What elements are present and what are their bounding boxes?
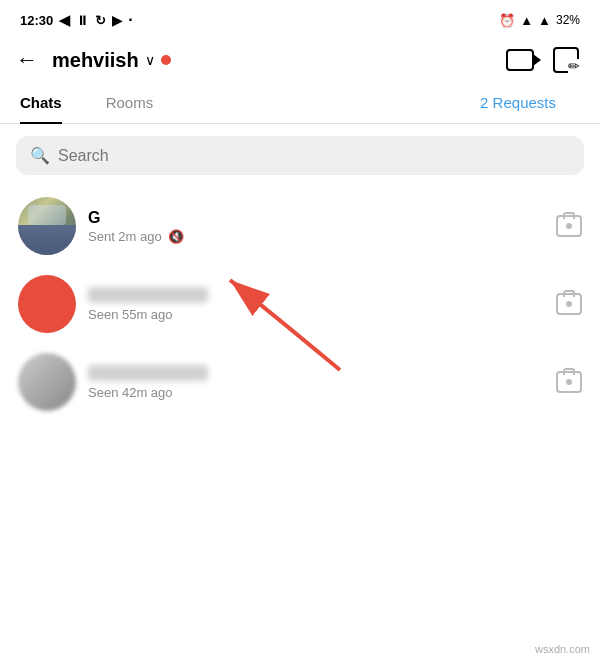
- mute-icon-1: 🔇: [168, 229, 184, 244]
- sync-icon: ↻: [95, 13, 106, 28]
- chevron-down-icon[interactable]: ∨: [145, 52, 155, 68]
- chat-time-2: Seen 55m ago: [88, 307, 173, 322]
- chat-meta-1: Sent 2m ago 🔇: [88, 229, 544, 244]
- tab-requests[interactable]: 2 Requests: [480, 84, 580, 123]
- video-call-button[interactable]: [506, 46, 534, 74]
- tab-chats[interactable]: Chats: [20, 84, 86, 123]
- chat-item-3[interactable]: Seen 42m ago: [8, 343, 592, 421]
- navigation-icon: ◀: [59, 12, 70, 28]
- back-button[interactable]: ←: [16, 47, 38, 73]
- dot-icon: ·: [128, 11, 132, 29]
- video-camera-icon: [506, 49, 534, 71]
- camera-icon-2[interactable]: [556, 293, 582, 315]
- header-left: ← mehviish ∨: [16, 47, 171, 73]
- tabs-bar: Chats Rooms 2 Requests: [0, 84, 600, 124]
- header-title: mehviish ∨: [52, 49, 171, 72]
- chat-list: G Sent 2m ago 🔇 Seen 55m ago Seen 42m ag…: [0, 187, 600, 421]
- camera-icon-3[interactable]: [556, 371, 582, 393]
- chat-content-1: G Sent 2m ago 🔇: [88, 209, 544, 244]
- avatar-3: [18, 353, 76, 411]
- avatar-1: [18, 197, 76, 255]
- play-icon: ▶: [112, 13, 122, 28]
- header-actions: [506, 46, 580, 74]
- search-box: 🔍: [16, 136, 584, 175]
- compose-button[interactable]: [552, 46, 580, 74]
- watermark: wsxdn.com: [535, 643, 590, 655]
- username-label: mehviish: [52, 49, 139, 72]
- chat-name-blurred-3: [88, 365, 208, 381]
- edit-compose-icon: [553, 47, 579, 73]
- chat-name-1: G: [88, 209, 544, 227]
- status-bar-right: ⏰ ▲ ▲ 32%: [499, 13, 580, 28]
- chat-meta-2: Seen 55m ago: [88, 307, 544, 322]
- status-bar: 12:30 ◀ ⏸ ↻ ▶ · ⏰ ▲ ▲ 32%: [0, 0, 600, 36]
- camera-icon-1[interactable]: [556, 215, 582, 237]
- alarm-icon: ⏰: [499, 13, 515, 28]
- search-icon: 🔍: [30, 146, 50, 165]
- header: ← mehviish ∨: [0, 36, 600, 84]
- chat-item-2[interactable]: Seen 55m ago: [8, 265, 592, 343]
- search-input[interactable]: [58, 147, 570, 165]
- time-display: 12:30: [20, 13, 53, 28]
- pause-icon: ⏸: [76, 13, 89, 28]
- signal-icon: ▲: [538, 13, 551, 28]
- chat-content-2: Seen 55m ago: [88, 287, 544, 322]
- online-status-dot: [161, 55, 171, 65]
- chat-item-1[interactable]: G Sent 2m ago 🔇: [8, 187, 592, 265]
- chat-content-3: Seen 42m ago: [88, 365, 544, 400]
- battery-display: 32%: [556, 13, 580, 27]
- chat-meta-3: Seen 42m ago: [88, 385, 544, 400]
- status-bar-left: 12:30 ◀ ⏸ ↻ ▶ ·: [20, 11, 133, 29]
- search-container: 🔍: [0, 124, 600, 187]
- tab-rooms[interactable]: Rooms: [106, 84, 178, 123]
- chat-name-blurred-2: [88, 287, 208, 303]
- chat-time-3: Seen 42m ago: [88, 385, 173, 400]
- avatar-2: [18, 275, 76, 333]
- chat-time-1: Sent 2m ago: [88, 229, 162, 244]
- wifi-icon: ▲: [520, 13, 533, 28]
